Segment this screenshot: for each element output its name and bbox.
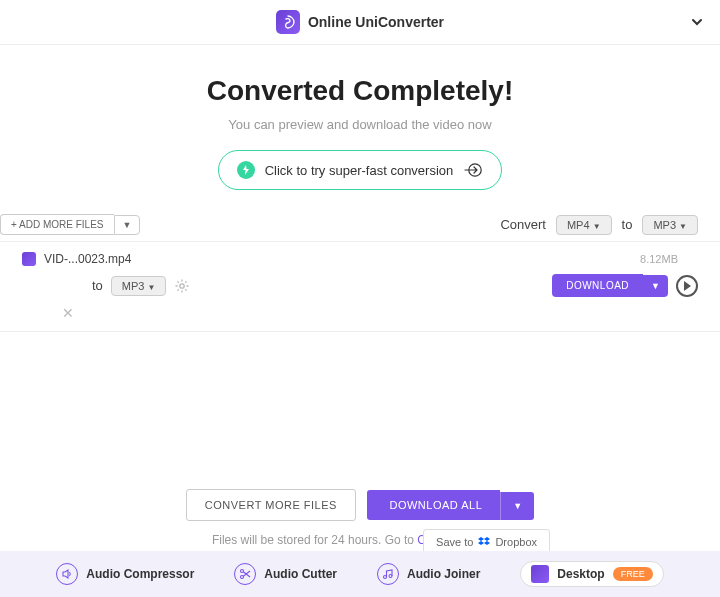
audio-cutter-link[interactable]: Audio Cutter (234, 563, 337, 585)
bottom-toolbar: Audio Compressor Audio Cutter Audio Join… (0, 551, 720, 597)
convert-more-button[interactable]: CONVERT MORE FILES (186, 489, 356, 521)
file-to-format-select[interactable]: MP3 ▼ (111, 276, 167, 296)
download-dropdown-button[interactable]: ▼ (643, 275, 668, 297)
add-more-dropdown-button[interactable]: ▼ (114, 215, 141, 235)
download-all-button[interactable]: DOWNLOAD ALL (367, 490, 500, 520)
gear-icon[interactable] (174, 278, 190, 294)
file-to-label: to (92, 278, 103, 293)
hero-section: Converted Completely! You can preview an… (0, 45, 720, 208)
svg-point-2 (241, 570, 244, 573)
music-note-icon (377, 563, 399, 585)
convert-label: Convert (500, 217, 546, 232)
app-title: Online UniConverter (308, 14, 444, 30)
convert-settings: Convert MP4 ▼ to MP3 ▼ (500, 215, 698, 235)
app-logo (276, 10, 300, 34)
toolbar: + ADD MORE FILES ▼ Convert MP4 ▼ to MP3 … (0, 208, 720, 242)
speaker-icon (56, 563, 78, 585)
desktop-logo-icon (531, 565, 549, 583)
dropbox-icon (478, 536, 490, 548)
to-label: to (622, 217, 633, 232)
svg-point-1 (180, 283, 184, 287)
download-button[interactable]: DOWNLOAD (552, 274, 643, 297)
file-size: 8.12MB (640, 253, 678, 265)
file-thumbnail (22, 252, 36, 266)
bolt-icon (237, 161, 255, 179)
files-note: Files will be stored for 24 hours. Go to… (0, 533, 720, 547)
play-button[interactable] (676, 275, 698, 297)
superfast-button[interactable]: Click to try super-fast conversion (218, 150, 503, 190)
add-more-files-button[interactable]: + ADD MORE FILES (0, 214, 114, 235)
file-name: VID-...0023.mp4 (44, 252, 131, 266)
chevron-down-icon[interactable] (690, 15, 704, 29)
page-subtitle: You can preview and download the video n… (0, 117, 720, 132)
audio-joiner-link[interactable]: Audio Joiner (377, 563, 480, 585)
free-badge: FREE (613, 567, 653, 581)
footer-actions: CONVERT MORE FILES DOWNLOAD ALL▼ Files w… (0, 489, 720, 547)
page-title: Converted Completely! (0, 75, 720, 107)
from-format-select[interactable]: MP4 ▼ (556, 215, 612, 235)
arrow-right-icon (463, 163, 483, 177)
audio-compressor-link[interactable]: Audio Compressor (56, 563, 194, 585)
remove-file-button[interactable]: ✕ (62, 305, 74, 321)
scissors-icon (234, 563, 256, 585)
logo-swirl-icon (281, 15, 295, 29)
download-all-dropdown-button[interactable]: ▼ (500, 492, 534, 520)
desktop-link[interactable]: Desktop FREE (520, 561, 663, 587)
to-format-select[interactable]: MP3 ▼ (642, 215, 698, 235)
superfast-label: Click to try super-fast conversion (265, 163, 454, 178)
header-bar: Online UniConverter (0, 0, 720, 45)
svg-point-3 (241, 576, 244, 579)
file-row: VID-...0023.mp4 8.12MB to MP3 ▼ DOWNLOAD… (0, 242, 720, 332)
add-more-group: + ADD MORE FILES ▼ (0, 214, 140, 235)
